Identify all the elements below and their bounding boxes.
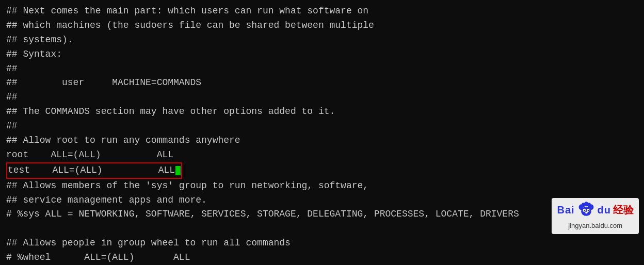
line-5: ##	[6, 62, 638, 76]
svg-point-9	[587, 210, 589, 212]
highlighted-test-row: test ALL=(ALL) ALL	[6, 162, 182, 179]
baidu-logo-row: Bai du 经验	[557, 201, 634, 220]
svg-point-10	[585, 212, 588, 214]
line-8: ## The COMMANDS section may have other o…	[6, 105, 638, 119]
svg-point-8	[584, 210, 585, 212]
line-11: root ALL=(ALL) ALL	[6, 148, 638, 162]
terminal-window: ## Next comes the main part: which users…	[0, 0, 644, 265]
baidu-watermark: Bai du 经验 jingyan.baidu.com	[552, 198, 639, 234]
baidu-site-url: jingyan.baidu.com	[568, 221, 622, 231]
baidu-brand-text2: du	[598, 202, 611, 218]
line-6: ## user MACHINE=COMMANDS	[6, 76, 638, 90]
line-4: ## Syntax:	[6, 47, 638, 62]
line-10: ## Allow root to run any commands anywhe…	[6, 134, 638, 148]
line-3: ## systems).	[6, 33, 638, 47]
line-12: test ALL=(ALL) ALL	[6, 162, 638, 179]
jingyan-label: 经验	[613, 202, 634, 218]
line-13: ## Allows members of the 'sys' group to …	[6, 179, 638, 193]
line-2: ## which machines (the sudoers file can …	[6, 19, 638, 33]
baidu-brand-text: Bai	[557, 202, 574, 218]
line-16	[6, 222, 638, 236]
line-9: ##	[6, 119, 638, 134]
line-15: # %sys ALL = NETWORKING, SOFTWARE, SERVI…	[6, 207, 638, 222]
line-14: ## service management apps and more.	[6, 193, 638, 208]
svg-point-5	[584, 202, 588, 206]
line-1: ## Next comes the main part: which users…	[6, 4, 638, 19]
line-17: ## Allows people in group wheel to run a…	[6, 236, 638, 251]
line-7: ##	[6, 90, 638, 105]
baidu-logo-icon	[577, 201, 595, 220]
line-18: # %wheel ALL=(ALL) ALL	[6, 251, 638, 265]
cursor	[175, 166, 181, 175]
